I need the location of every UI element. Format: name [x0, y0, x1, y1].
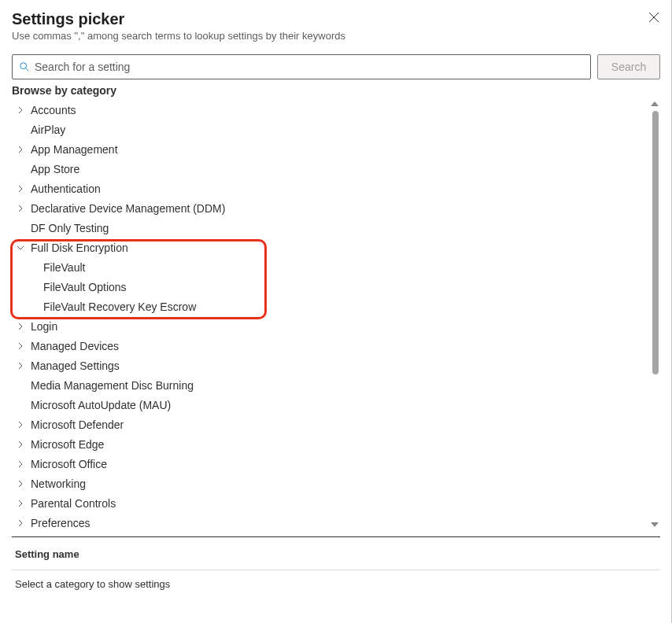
category-label: Preferences — [31, 517, 90, 529]
chevron-right-icon[interactable] — [15, 518, 26, 529]
category-label: Microsoft AutoUpdate (MAU) — [31, 399, 171, 411]
category-label: Full Disk Encryption — [31, 241, 128, 254]
category-item[interactable]: Login — [12, 316, 644, 336]
category-child-label: FileVault Options — [43, 281, 127, 293]
category-item[interactable]: Media Management Disc Burning — [12, 375, 644, 395]
category-child-item[interactable]: FileVault Options — [12, 277, 644, 297]
chevron-right-icon[interactable] — [15, 341, 26, 352]
scrollbar-thumb[interactable] — [652, 111, 659, 374]
browse-by-category-label: Browse by category — [12, 84, 660, 97]
category-item[interactable]: AirPlay — [12, 120, 644, 139]
chevron-right-icon[interactable] — [15, 144, 26, 155]
category-item[interactable]: Managed Devices — [12, 336, 644, 356]
caret-down-icon — [651, 522, 659, 527]
category-tree-container: AccountsAirPlayApp ManagementApp StoreAu… — [12, 100, 660, 529]
category-child-label: FileVault Recovery Key Escrow — [43, 300, 196, 313]
search-row: Search — [12, 54, 660, 79]
category-item[interactable]: Microsoft Office — [12, 454, 644, 474]
chevron-right-icon[interactable] — [15, 478, 26, 489]
close-button[interactable] — [648, 11, 660, 24]
category-item[interactable]: App Management — [12, 139, 644, 159]
category-label: Authentication — [31, 182, 101, 195]
category-item[interactable]: Accounts — [12, 100, 644, 120]
category-item[interactable]: App Store — [12, 159, 644, 179]
category-label: Login — [31, 320, 57, 333]
category-child-item[interactable]: FileVault — [12, 257, 644, 277]
category-item[interactable]: Microsoft Edge — [12, 434, 644, 454]
category-item[interactable]: Microsoft AutoUpdate (MAU) — [12, 395, 644, 415]
category-child-item[interactable]: FileVault Recovery Key Escrow — [12, 297, 644, 316]
category-item[interactable]: Full Disk Encryption — [12, 238, 644, 257]
close-icon — [648, 12, 659, 23]
settings-picker-panel: Settings picker Use commas "," among sea… — [0, 0, 672, 623]
category-label: Managed Devices — [31, 340, 119, 352]
panel-title: Settings picker — [12, 9, 660, 28]
svg-point-0 — [20, 63, 27, 69]
search-input[interactable] — [35, 61, 584, 73]
category-item[interactable]: Preferences — [12, 513, 644, 529]
search-button[interactable]: Search — [597, 54, 660, 79]
panel-header: Settings picker Use commas "," among sea… — [12, 9, 660, 46]
category-label: Managed Settings — [31, 359, 120, 372]
category-item[interactable]: Managed Settings — [12, 356, 644, 375]
setting-empty-text: Select a category to show settings — [12, 570, 660, 598]
chevron-right-icon[interactable] — [15, 498, 26, 509]
category-label: Parental Controls — [31, 497, 116, 510]
category-item[interactable]: Networking — [12, 474, 644, 493]
search-icon — [19, 61, 30, 72]
chevron-right-icon[interactable] — [15, 321, 26, 332]
chevron-right-icon[interactable] — [15, 439, 26, 450]
category-label: Microsoft Edge — [31, 438, 104, 451]
category-label: Microsoft Office — [31, 458, 107, 470]
category-label: AirPlay — [31, 123, 65, 136]
chevron-right-icon[interactable] — [15, 183, 26, 194]
chevron-right-icon[interactable] — [15, 459, 26, 470]
category-label: Media Management Disc Burning — [31, 379, 194, 392]
category-item[interactable]: Declarative Device Management (DDM) — [12, 198, 644, 218]
category-tree[interactable]: AccountsAirPlayApp ManagementApp StoreAu… — [12, 100, 660, 529]
category-label: Networking — [31, 477, 86, 490]
category-item[interactable]: DF Only Testing — [12, 218, 644, 238]
category-item[interactable]: Microsoft Defender — [12, 415, 644, 434]
panel-subtitle: Use commas "," among search terms to loo… — [12, 30, 660, 42]
chevron-right-icon[interactable] — [15, 360, 26, 371]
category-label: App Management — [31, 143, 118, 156]
search-box[interactable] — [12, 54, 591, 79]
scroll-up-arrow[interactable] — [651, 100, 659, 108]
setting-name-header: Setting name — [12, 537, 660, 570]
category-label: Declarative Device Management (DDM) — [31, 202, 225, 215]
scroll-down-arrow[interactable] — [651, 521, 659, 529]
category-label: Accounts — [31, 104, 76, 116]
chevron-right-icon[interactable] — [15, 419, 26, 430]
category-item[interactable]: Parental Controls — [12, 493, 644, 513]
chevron-right-icon[interactable] — [15, 105, 26, 116]
category-label: Microsoft Defender — [31, 418, 124, 431]
caret-up-icon — [651, 101, 659, 106]
category-item[interactable]: Authentication — [12, 179, 644, 198]
category-label: DF Only Testing — [31, 222, 109, 234]
scrollbar-track[interactable] — [652, 111, 659, 518]
svg-line-1 — [26, 68, 29, 72]
category-child-label: FileVault — [43, 261, 85, 274]
chevron-down-icon[interactable] — [15, 242, 26, 253]
category-label: App Store — [31, 163, 79, 175]
chevron-right-icon[interactable] — [15, 203, 26, 214]
